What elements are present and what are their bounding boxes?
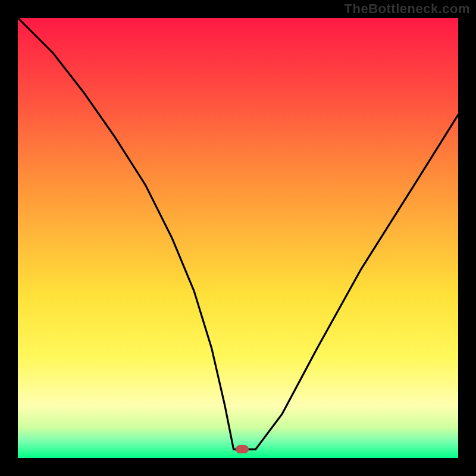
curve-svg [18, 18, 458, 458]
chart-frame: TheBottleneck.com [0, 0, 476, 476]
optimum-marker [236, 445, 249, 453]
watermark-text: TheBottleneck.com [345, 1, 470, 17]
plot-area [18, 18, 458, 458]
bottleneck-curve [18, 18, 458, 449]
